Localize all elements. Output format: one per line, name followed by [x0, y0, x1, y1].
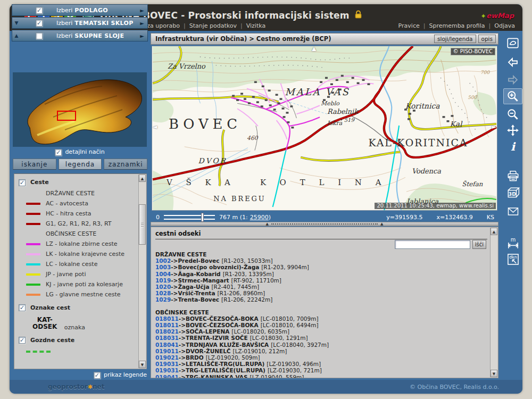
map-canvas[interactable]: Za Vrzelno MALA VAS BOVEC Meblo Rabelnik… [152, 46, 497, 211]
scroll-up-button[interactable]: ▲ [491, 228, 497, 235]
menu-item[interactable]: Vizitka [237, 22, 265, 29]
road-code-link[interactable]: 019031 [155, 367, 179, 373]
road-row: 019031->LETALIŠČE-TRG(UL.RUPA)[LZ-019030… [155, 361, 494, 367]
list-scrollbar[interactable]: ▲ ▼ [490, 228, 497, 377]
panel-splitter[interactable]: ▲ ▲ [151, 222, 498, 226]
current-extent-marker[interactable] [57, 111, 76, 121]
scroll-down-button[interactable]: ▼ [491, 370, 497, 377]
scroll-up-button[interactable]: ▲ [139, 174, 146, 182]
show-legend-checkbox[interactable]: ✓ [94, 372, 101, 379]
road-code-link[interactable]: 018031 [155, 335, 179, 341]
road-code-link[interactable]: 018011 [155, 315, 179, 322]
map-watermark: © PISO-BOVEC [451, 48, 495, 55]
ceste-checkbox[interactable]: ✓ [19, 179, 26, 186]
forward-button[interactable] [503, 72, 522, 88]
road-row: 019011->DVOR-ŽUNELČ[LZ-019010, 212m] [155, 348, 494, 354]
oznake-cest-checkbox[interactable]: ✓ [19, 304, 26, 311]
layer-accordion-row[interactable]: ▼ ✓ IzberiTEMATSKI SKLOP ► [12, 17, 148, 29]
menu-item[interactable]: Stanje podatkov [180, 22, 237, 29]
info-tool[interactable]: i [503, 138, 522, 154]
road-row: 018031->TRENTA-IZVIR SOČE[LC-018030, 129… [155, 335, 494, 341]
road-code-link[interactable]: 019031 [155, 361, 179, 367]
road-row: 1004->Äaga-Kobarid[R1-203, 13395m] [155, 271, 494, 277]
pan-east-arrow[interactable]: ► [492, 123, 496, 130]
road-code-link[interactable]: 1003 [155, 264, 171, 270]
sidebar-tab[interactable]: legenda [59, 159, 102, 170]
search-button[interactable]: išči [472, 240, 486, 249]
expander-icon[interactable]: ▲ [12, 33, 21, 38]
ewmap-leaf-icon: ✦ [481, 13, 486, 20]
road-code-link[interactable]: 019021 [155, 354, 179, 361]
road-code-link[interactable]: 1004 [155, 271, 171, 277]
ewmap-logo[interactable]: ✦ewMap [481, 12, 514, 20]
pan-tool[interactable] [503, 122, 522, 138]
description-button[interactable]: opis [478, 35, 496, 43]
measure-tool[interactable]: m [503, 235, 522, 251]
legend-item: JP - javne poti [14, 269, 146, 279]
zoom-slider[interactable] [164, 215, 215, 220]
road-code-link[interactable]: 019011 [155, 348, 179, 354]
layer-checkbox[interactable] [36, 32, 43, 39]
legend-group-oznake: ✓Oznake cest [14, 300, 146, 314]
scroll-down-button[interactable]: ▼ [139, 361, 146, 368]
road-code-link[interactable]: 1029 [155, 296, 171, 303]
layers-legend-button[interactable]: sloji/legenda [434, 35, 476, 43]
pan-west-arrow[interactable]: ◄ [153, 123, 157, 130]
road-code-link[interactable]: 018021 [155, 328, 179, 335]
road-code-link[interactable]: 1002 [155, 257, 171, 264]
legend-item: DRŽAVNE CESTE [14, 188, 146, 198]
menu-item[interactable]: Pravice [398, 22, 420, 29]
zoom-slider-handle[interactable] [201, 213, 204, 222]
pan-north-arrow[interactable]: ▲ [312, 45, 316, 52]
road-row: 018041->TRDNJAVA KLUŽE-BAVŠICA[LC-018040… [155, 342, 494, 348]
back-button[interactable] [503, 54, 522, 70]
legend-scrollbar[interactable]: ▲ ▼ [138, 174, 146, 368]
road-code-link[interactable]: 018011 [155, 322, 179, 328]
road-code-link[interactable]: 1028 [155, 290, 171, 296]
layer-accordion-row[interactable]: ▲ IzberiSKUPNE SLOJE ► [12, 30, 148, 41]
detail-mode-checkbox[interactable]: ✓ [55, 149, 62, 156]
geoprostor-logo[interactable]: geoprostor✱net [48, 383, 104, 390]
legend-item: OBČINSKE CESTE [14, 229, 146, 239]
svg-text:500: 500 [468, 95, 477, 100]
road-code-link[interactable]: 018041 [155, 342, 179, 348]
coord-system: KS [487, 214, 494, 221]
menu-item[interactable]: Odjava [485, 22, 515, 29]
search-input[interactable] [395, 240, 470, 249]
road-row: 1029->Trenta-Bovec[R1-206, 22242m] [155, 296, 494, 303]
svg-text:NA BREGU: NA BREGU [213, 195, 265, 203]
municipality-overview-map[interactable] [13, 72, 147, 147]
layer-checkbox[interactable]: ✓ [36, 20, 43, 27]
open-arrow-icon[interactable]: ► [140, 33, 144, 39]
sidebar-tab[interactable]: iskanje [13, 159, 56, 170]
gozdne-ceste-checkbox[interactable]: ✓ [19, 337, 26, 344]
scrollbar-thumb[interactable] [139, 204, 146, 245]
mail-button[interactable] [503, 203, 522, 219]
full-extent-button[interactable] [503, 35, 522, 51]
open-arrow-icon[interactable]: ► [140, 20, 144, 26]
legend-item: KJ - javne poti za kolesarje [14, 279, 146, 289]
layer-accordion-row[interactable]: ✓ IzberiPODLAGO ► [12, 4, 148, 16]
svg-text:Rabelnik: Rabelnik [327, 107, 359, 115]
layer-checkbox[interactable]: ✓ [36, 7, 43, 14]
view-3d-button[interactable]: 3D [503, 185, 522, 201]
scale-link[interactable]: 25900 [250, 214, 269, 221]
road-code-link[interactable]: 1019 [155, 277, 171, 284]
print-button[interactable] [503, 168, 522, 184]
road-row: 1020->Žaga-Učja[R2-401, 7445m] [155, 284, 494, 290]
scale-zero: 0 [156, 214, 160, 221]
zoom-out-tool[interactable] [503, 106, 522, 122]
dkn-tool[interactable]: dkn [503, 251, 522, 267]
menu-item[interactable]: Sprememba profila [420, 22, 485, 29]
search-row: išči [395, 240, 486, 249]
sidebar-tab[interactable]: zaznamki [104, 159, 147, 170]
splitter-arrow-icon: ▲ [266, 222, 269, 226]
legend-item: AC - avtocesta [14, 198, 146, 209]
open-arrow-icon[interactable]: ► [140, 7, 144, 13]
road-code-link[interactable]: 019041 [155, 374, 179, 378]
road-code-link[interactable]: 1020 [155, 284, 171, 290]
zoom-in-tool[interactable] [503, 88, 522, 104]
expander-icon[interactable]: ▼ [12, 20, 21, 26]
kat-odsek-sample: KAT-ODSEK oznaka [14, 313, 146, 332]
road-row: 018021->SOČA-LEPENA[LC-018020, 6035m] [155, 328, 494, 335]
